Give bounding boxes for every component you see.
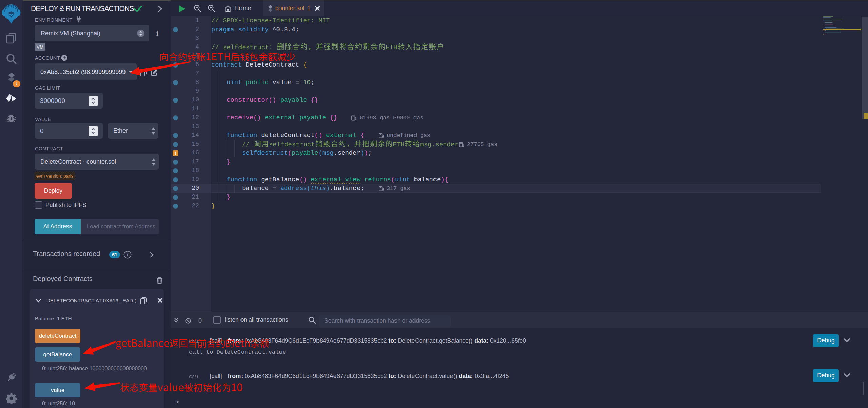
svg-text:i: i (127, 252, 128, 257)
